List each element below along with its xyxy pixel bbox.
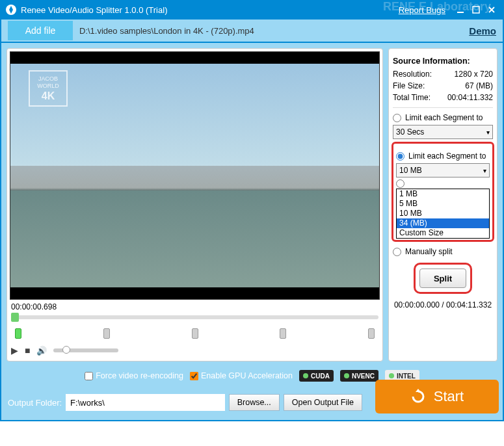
open-output-button[interactable]: Open Output File — [284, 394, 362, 411]
close-button[interactable] — [484, 4, 499, 16]
nvenc-badge: NVENC — [340, 370, 378, 382]
minimize-button[interactable] — [453, 4, 468, 16]
unnamed-radio[interactable] — [396, 179, 405, 188]
size-option[interactable]: 34 (MB) — [397, 218, 489, 228]
svg-rect-1 — [457, 12, 464, 13]
app-title: Renee Video/Audio Splitter 1.0.0 (Trial) — [21, 5, 399, 15]
resolution-label: Resolution: — [393, 70, 432, 79]
volume-slider[interactable] — [53, 348, 118, 352]
play-button[interactable]: ▶ — [11, 345, 18, 356]
volume-icon[interactable]: 🔊 — [36, 346, 47, 356]
split-button[interactable]: Split — [419, 269, 466, 288]
third-radio-option[interactable] — [396, 179, 490, 188]
demo-link[interactable]: Demo — [469, 25, 496, 36]
segment-marker[interactable] — [192, 328, 198, 339]
limit-size-option[interactable]: Limit each Segment to — [396, 151, 490, 161]
size-option[interactable]: 10 MB — [397, 209, 489, 218]
time-total: 00:00:00.000 / 00:04:11.332 — [393, 300, 493, 309]
limit-size-radio[interactable] — [396, 152, 405, 161]
browse-button[interactable]: Browse... — [229, 394, 280, 411]
totaltime-label: Total Time: — [393, 93, 431, 102]
left-column: JACOB WORLD 4K 00:00:00.698 ▶ ■ 🔊 — [7, 48, 383, 361]
manual-split-radio[interactable] — [393, 248, 401, 256]
limit-size-group-highlight: Limit each Segment to 10 MB▾ 1 MB5 MB10 … — [391, 142, 494, 242]
right-panel: Source Information: Resolution:1280 x 72… — [388, 48, 497, 361]
start-button[interactable]: Start — [375, 380, 499, 413]
report-bugs-link[interactable]: Report Bugs — [399, 5, 445, 15]
chevron-down-icon: ▾ — [483, 167, 486, 174]
add-file-button[interactable]: Add file — [8, 21, 73, 40]
toolbar: Add file D:\1.video samples\London in 4K… — [0, 20, 504, 43]
stop-button[interactable]: ■ — [25, 345, 30, 356]
size-option[interactable]: Custom Size — [397, 228, 489, 238]
video-watermark: JACOB WORLD 4K — [29, 70, 68, 107]
limit-time-dropdown[interactable]: 30 Secs▾ — [393, 125, 493, 139]
size-option[interactable]: 5 MB — [397, 199, 489, 209]
timecode: 00:00:00.698 — [10, 300, 380, 314]
segment-marker[interactable] — [15, 328, 21, 339]
refresh-icon — [410, 389, 426, 404]
titlebar: Renee Video/Audio Splitter 1.0.0 (Trial)… — [0, 0, 504, 20]
filesize-label: File Size: — [393, 81, 425, 90]
limit-size-dropdown-list[interactable]: 1 MB5 MB10 MB34 (MB)Custom Size — [396, 189, 490, 239]
output-folder-label: Output Folder: — [8, 398, 62, 408]
maximize-button[interactable] — [469, 4, 483, 16]
resolution-value: 1280 x 720 — [455, 70, 493, 79]
limit-time-option[interactable]: Limit each Segment to — [393, 113, 493, 122]
totaltime-value: 00:04:11.332 — [447, 93, 493, 102]
limit-size-dropdown[interactable]: 10 MB▾ — [396, 163, 490, 177]
cuda-badge: CUDA — [299, 370, 334, 382]
file-path-label: D:\1.video samples\London in 4K - (720p)… — [73, 26, 469, 36]
output-folder-input[interactable] — [66, 394, 225, 411]
gpu-accel-checkbox[interactable]: Enable GPU Acceleration — [190, 371, 293, 380]
filesize-value: 67 (MB) — [465, 81, 493, 90]
size-option[interactable]: 1 MB — [397, 189, 489, 199]
svg-rect-2 — [473, 7, 479, 13]
main-area: JACOB WORLD 4K 00:00:00.698 ▶ ■ 🔊 Source… — [0, 43, 504, 367]
segment-marker[interactable] — [280, 328, 286, 339]
manual-split-label: Manually split — [405, 247, 453, 256]
limit-time-label: Limit each Segment to — [405, 113, 483, 122]
source-info-heading: Source Information: — [393, 57, 493, 66]
chevron-down-icon: ▾ — [486, 129, 490, 136]
video-preview[interactable]: JACOB WORLD 4K — [10, 51, 380, 300]
segment-marker[interactable] — [368, 328, 375, 339]
limit-time-radio[interactable] — [393, 114, 401, 122]
bottom-bar: Output Folder: Browse... Open Output Fil… — [0, 385, 504, 421]
app-icon — [5, 4, 17, 16]
split-button-highlight: Split — [414, 263, 472, 294]
segment-marker[interactable] — [103, 328, 110, 339]
timeline[interactable] — [10, 314, 380, 343]
playback-controls: ▶ ■ 🔊 — [10, 343, 380, 358]
manual-split-option[interactable]: Manually split — [393, 247, 493, 256]
force-reencode-checkbox[interactable]: Force video re-encoding — [85, 371, 183, 380]
limit-size-label: Limit each Segment to — [408, 151, 486, 161]
